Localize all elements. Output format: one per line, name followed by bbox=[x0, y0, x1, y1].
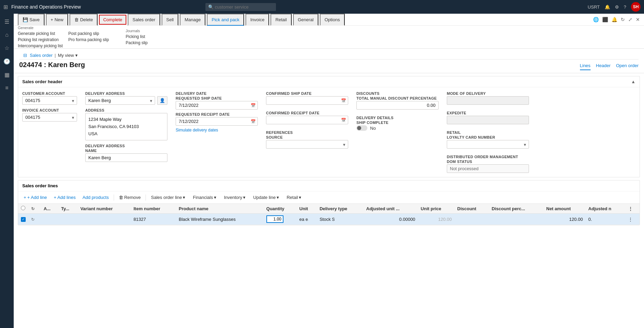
customer-account-select[interactable]: 004175 bbox=[22, 96, 77, 105]
requested-receipt-date[interactable] bbox=[176, 117, 258, 126]
expedite-input[interactable] bbox=[447, 116, 529, 124]
tab-sell[interactable]: Sell bbox=[162, 14, 179, 26]
tab-general[interactable]: General bbox=[293, 14, 318, 26]
help-icon[interactable]: ? bbox=[624, 4, 626, 10]
bell-icon[interactable]: 🔔 bbox=[605, 4, 610, 10]
tab-options[interactable]: Options bbox=[320, 14, 345, 26]
address-field: Address 1234 Maple WaySan Francisco, CA … bbox=[85, 108, 167, 140]
notification-icon[interactable]: 🔔 bbox=[611, 17, 617, 22]
th-variant-number: Variant number bbox=[78, 204, 131, 214]
close-icon[interactable]: ✕ bbox=[636, 17, 640, 22]
requested-receipt-date-wrap bbox=[176, 117, 258, 126]
add-products-button[interactable]: Add products bbox=[80, 194, 112, 201]
collapse-icon[interactable]: ▲ bbox=[631, 79, 635, 84]
ship-complete-label: Ship complete bbox=[356, 121, 439, 125]
tab-retail[interactable]: Retail bbox=[270, 14, 291, 26]
ship-complete-toggle[interactable] bbox=[356, 125, 367, 131]
sidebar-home-icon[interactable]: ⌂ bbox=[3, 30, 11, 40]
invoice-account-select[interactable]: 004175 bbox=[22, 113, 77, 122]
mode-of-delivery-input[interactable] bbox=[447, 96, 529, 105]
financials-dropdown[interactable]: Financials ▾ bbox=[190, 193, 219, 201]
sidebar-star-icon[interactable]: ☆ bbox=[2, 43, 11, 53]
gear-icon[interactable]: ⚙ bbox=[615, 4, 619, 10]
delivery-addr-edit-button[interactable]: 👤 bbox=[157, 96, 167, 105]
quantity-input[interactable] bbox=[266, 215, 283, 223]
ribbon-item-picking-registration[interactable]: Picking list registration bbox=[18, 37, 63, 42]
row-check-icon[interactable]: ✓ bbox=[21, 217, 26, 222]
row-refresh-icon[interactable]: ↻ bbox=[31, 217, 35, 222]
tab-sales-order[interactable]: Sales order bbox=[128, 14, 160, 26]
filter-icon[interactable]: ⊟ bbox=[23, 53, 27, 58]
avatar[interactable]: SH bbox=[631, 2, 641, 12]
source-select[interactable] bbox=[266, 140, 348, 149]
ribbon-item-generate-picking[interactable]: Generate picking list bbox=[18, 31, 63, 36]
confirmed-receipt-date[interactable] bbox=[266, 116, 348, 124]
th-a: A... bbox=[41, 204, 59, 214]
tab-header[interactable]: Header bbox=[596, 62, 611, 70]
layout-icon[interactable]: ⬛ bbox=[602, 17, 608, 22]
update-line-dropdown[interactable]: Update line ▾ bbox=[250, 193, 282, 201]
requested-ship-date[interactable] bbox=[176, 101, 258, 110]
sidebar-chart-icon[interactable]: ▦ bbox=[2, 70, 12, 80]
delivery-name-input[interactable] bbox=[85, 153, 167, 162]
confirmed-ship-date[interactable] bbox=[266, 96, 348, 105]
expand-icon[interactable]: ⤢ bbox=[628, 17, 632, 22]
top-bar: ⊞ Finance and Operations Preview 🔍 USRT … bbox=[0, 0, 644, 14]
delivery-type-select[interactable]: Stock bbox=[332, 217, 335, 222]
add-lines-button[interactable]: + Add lines bbox=[51, 194, 78, 201]
tab-lines[interactable]: Lines bbox=[580, 62, 591, 70]
delete-button[interactable]: 🗑 Delete bbox=[70, 14, 98, 26]
th-adjusted-unit: Adjusted unit ... bbox=[364, 204, 418, 214]
table-row[interactable]: ✓ ↻ 8 bbox=[18, 214, 640, 225]
breadcrumb-view[interactable]: My view ▾ bbox=[58, 53, 78, 58]
grid-icon[interactable]: ⊞ bbox=[3, 4, 8, 10]
ribbon-item-picking-list[interactable]: Picking list bbox=[126, 34, 148, 39]
remove-button[interactable]: 🗑 Remove bbox=[116, 194, 143, 201]
loyalty-select[interactable] bbox=[447, 140, 529, 149]
delivery-address-name-field: DELIVERY ADDRESS Name bbox=[85, 144, 167, 162]
th-unit-price: Unit price bbox=[418, 204, 455, 214]
new-plus-icon: + bbox=[51, 17, 53, 22]
search-input[interactable] bbox=[205, 3, 276, 11]
sidebar-menu-icon[interactable]: ☰ bbox=[2, 16, 11, 27]
delivery-date-label: DELIVERY DATE bbox=[176, 91, 258, 96]
tab-manage[interactable]: Manage bbox=[180, 14, 205, 26]
simulate-delivery-link[interactable]: Simulate delivery dates bbox=[176, 128, 258, 133]
tab-invoice[interactable]: Invoice bbox=[245, 14, 269, 26]
save-button[interactable]: 💾 Save bbox=[18, 14, 45, 26]
app-title: Finance and Operations Preview bbox=[11, 4, 81, 10]
refresh-col-icon[interactable]: ↻ bbox=[31, 206, 35, 211]
sidebar-clock-icon[interactable]: 🕐 bbox=[1, 56, 12, 67]
th-more: ⋮ bbox=[626, 204, 640, 214]
select-all-radio[interactable] bbox=[21, 206, 25, 210]
delivery-addr-select[interactable]: Karen Berg bbox=[85, 96, 155, 105]
item-select[interactable] bbox=[147, 217, 150, 222]
add-line-button[interactable]: + + Add line bbox=[21, 194, 50, 201]
ribbon-item-pro-forma[interactable]: Pro forma packing slip bbox=[68, 37, 109, 42]
complete-button[interactable]: Complete bbox=[99, 15, 126, 25]
world-icon[interactable]: 🌐 bbox=[593, 17, 599, 22]
customer-account-label: Customer account bbox=[22, 91, 77, 96]
total-manual-input[interactable] bbox=[356, 101, 439, 110]
sidebar-list-icon[interactable]: ≡ bbox=[3, 83, 10, 93]
refresh-icon[interactable]: ↻ bbox=[621, 17, 625, 22]
ribbon-item-packing-slip[interactable]: Packing slip bbox=[126, 40, 148, 45]
delivery-name-label: Name bbox=[85, 149, 167, 153]
td-check: ✓ bbox=[18, 214, 28, 225]
retail-dropdown[interactable]: Retail ▾ bbox=[283, 193, 304, 201]
th-net-amount: Net amount bbox=[544, 204, 586, 214]
tab-pick-and-pack[interactable]: Pick and pack bbox=[207, 14, 244, 26]
tab-open-order[interactable]: Open order bbox=[616, 62, 639, 70]
unit-select[interactable]: ea bbox=[305, 217, 308, 222]
delivery-address-section-label: DELIVERY ADDRESS bbox=[85, 144, 167, 148]
ribbon-item-intercompany-picking[interactable]: Intercompany picking list bbox=[18, 43, 63, 48]
generate-items-col1: Generate picking list Picking list regis… bbox=[18, 31, 63, 48]
inventory-dropdown[interactable]: Inventory ▾ bbox=[221, 193, 249, 201]
lines-sep-2 bbox=[146, 194, 146, 201]
ribbon-item-post-packing[interactable]: Post packing slip bbox=[68, 31, 109, 36]
save-icon: 💾 bbox=[23, 17, 28, 22]
breadcrumb-link[interactable]: Sales order bbox=[30, 53, 52, 58]
delivery-date-group: DELIVERY DATE Requested ship date Reques… bbox=[176, 91, 258, 133]
sales-order-line-dropdown[interactable]: Sales order line ▾ bbox=[148, 193, 188, 201]
new-button[interactable]: + New bbox=[46, 14, 68, 26]
